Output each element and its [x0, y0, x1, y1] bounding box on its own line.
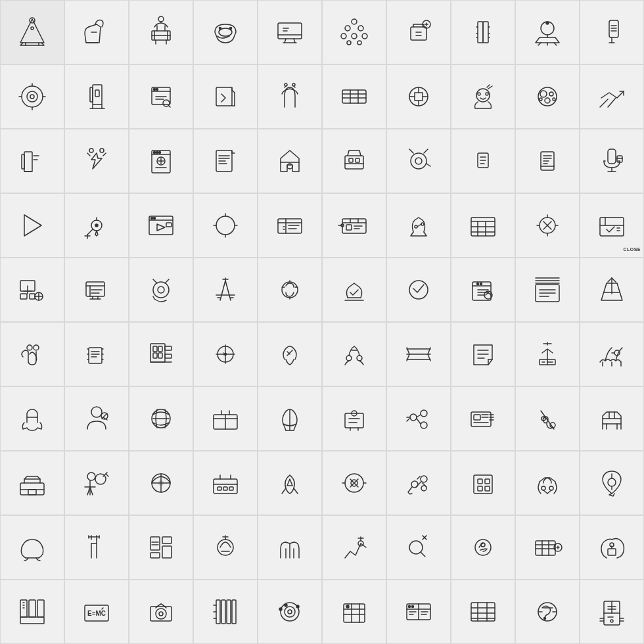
icon-cell[interactable] [451, 515, 515, 580]
icon-cell[interactable] [0, 386, 64, 451]
icon-cell[interactable] [0, 322, 64, 386]
icon-cell[interactable] [193, 515, 258, 580]
icon-cell[interactable] [515, 515, 580, 580]
icon-cell[interactable] [515, 0, 580, 64]
icon-cell[interactable] [580, 129, 644, 193]
icon-cell[interactable] [580, 451, 644, 515]
icon-cell[interactable] [451, 258, 515, 322]
icon-cell[interactable] [193, 451, 258, 515]
icon-cell[interactable]: II [193, 322, 258, 386]
icon-cell[interactable] [129, 0, 193, 64]
icon-cell[interactable] [451, 386, 515, 451]
icon-cell[interactable] [64, 386, 129, 451]
icon-cell[interactable] [322, 322, 386, 386]
icon-cell[interactable] [515, 129, 580, 193]
icon-cell[interactable] [129, 322, 193, 386]
icon-cell[interactable]: E=MC [64, 580, 129, 644]
icon-cell[interactable] [258, 386, 322, 451]
icon-cell[interactable] [451, 129, 515, 193]
icon-cell[interactable] [515, 64, 580, 129]
icon-cell[interactable] [580, 580, 644, 644]
icon-cell[interactable] [451, 451, 515, 515]
icon-cell[interactable] [386, 129, 451, 193]
icon-cell[interactable] [0, 451, 64, 515]
icon-cell[interactable] [193, 580, 258, 644]
icon-cell[interactable] [580, 322, 644, 386]
icon-cell[interactable] [580, 515, 644, 580]
icon-cell[interactable] [0, 258, 64, 322]
icon-cell[interactable] [515, 322, 580, 386]
icon-cell[interactable] [322, 515, 386, 580]
icon-cell[interactable] [258, 515, 322, 580]
icon-cell[interactable] [129, 386, 193, 451]
icon-cell[interactable] [0, 193, 64, 258]
icon-cell[interactable] [386, 386, 451, 451]
icon-cell[interactable] [193, 64, 258, 129]
icon-cell[interactable] [322, 193, 386, 258]
icon-cell[interactable] [515, 258, 580, 322]
icon-cell[interactable] [451, 64, 515, 129]
icon-cell[interactable] [580, 0, 644, 64]
icon-cell[interactable] [193, 0, 258, 64]
icon-cell[interactable] [129, 580, 193, 644]
icon-cell[interactable] [515, 193, 580, 258]
icon-cell[interactable] [64, 258, 129, 322]
icon-cell[interactable] [515, 386, 580, 451]
icon-cell[interactable] [64, 322, 129, 386]
icon-cell[interactable] [64, 64, 129, 129]
icon-cell[interactable] [64, 451, 129, 515]
icon-cell[interactable] [0, 0, 64, 64]
icon-cell[interactable] [0, 580, 64, 644]
icon-cell[interactable] [129, 451, 193, 515]
icon-cell[interactable] [580, 64, 644, 129]
icon-cell[interactable] [258, 129, 322, 193]
icon-cell[interactable] [193, 258, 258, 322]
icon-cell[interactable] [258, 322, 322, 386]
icon-cell[interactable] [64, 515, 129, 580]
icon-cell[interactable] [193, 129, 258, 193]
icon-cell[interactable] [258, 451, 322, 515]
icon-cell[interactable] [258, 258, 322, 322]
icon-cell[interactable] [64, 0, 129, 64]
icon-cell[interactable] [322, 451, 386, 515]
icon-cell-close[interactable]: CLOSE [580, 193, 644, 258]
icon-cell[interactable] [64, 193, 129, 258]
icon-cell[interactable] [386, 451, 451, 515]
icon-cell[interactable] [322, 258, 386, 322]
icon-cell[interactable] [322, 386, 386, 451]
icon-cell[interactable] [386, 0, 451, 64]
icon-cell[interactable] [129, 258, 193, 322]
icon-cell[interactable] [322, 0, 386, 64]
icon-cell[interactable] [386, 64, 451, 129]
icon-cell[interactable] [451, 0, 515, 64]
icon-cell[interactable] [580, 258, 644, 322]
icon-cell[interactable] [580, 386, 644, 451]
icon-cell[interactable] [515, 451, 580, 515]
icon-cell[interactable] [0, 515, 64, 580]
icon-cell[interactable] [258, 193, 322, 258]
icon-cell[interactable] [129, 193, 193, 258]
icon-cell[interactable] [64, 129, 129, 193]
icon-cell[interactable] [193, 386, 258, 451]
icon-cell[interactable] [129, 129, 193, 193]
icon-cell[interactable] [451, 193, 515, 258]
icon-cell[interactable] [386, 580, 451, 644]
icon-cell[interactable] [0, 129, 64, 193]
icon-cell[interactable] [386, 322, 451, 386]
icon-cell[interactable] [322, 64, 386, 129]
icon-cell[interactable] [386, 515, 451, 580]
icon-cell[interactable] [386, 193, 451, 258]
icon-cell[interactable] [322, 580, 386, 644]
icon-cell[interactable] [129, 515, 193, 580]
icon-cell[interactable] [451, 322, 515, 386]
icon-cell[interactable] [258, 580, 322, 644]
icon-cell[interactable] [515, 580, 580, 644]
icon-cell[interactable] [258, 64, 322, 129]
icon-cell[interactable] [193, 193, 258, 258]
icon-cell[interactable] [129, 64, 193, 129]
icon-cell[interactable] [258, 0, 322, 64]
icon-cell[interactable] [0, 64, 64, 129]
icon-cell[interactable] [322, 129, 386, 193]
icon-cell[interactable] [451, 580, 515, 644]
icon-cell[interactable] [386, 258, 451, 322]
